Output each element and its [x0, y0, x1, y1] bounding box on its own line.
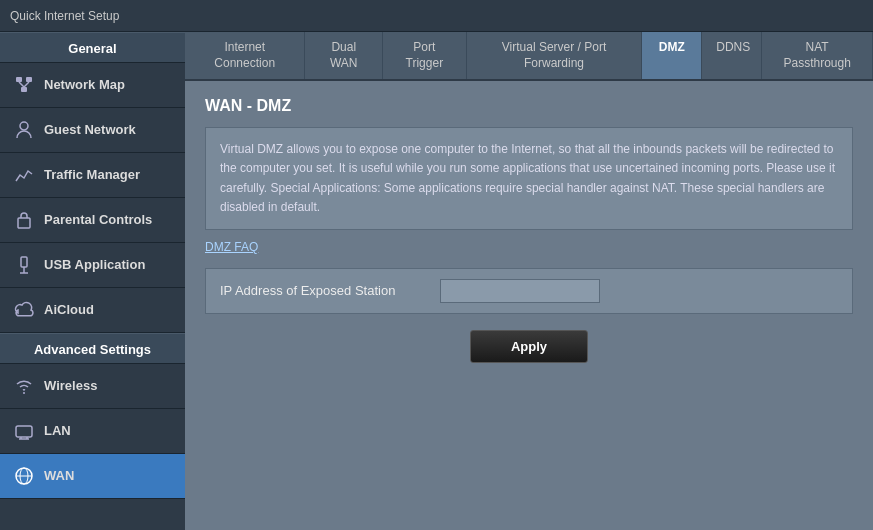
sidebar-item-lan-label: LAN — [44, 423, 71, 439]
sidebar-item-network-map-label: Network Map — [44, 77, 125, 93]
lan-icon — [12, 419, 36, 443]
sidebar-item-wan[interactable]: WAN — [0, 454, 185, 499]
dmz-faq-link[interactable]: DMZ FAQ — [205, 240, 258, 254]
panel-title: WAN - DMZ — [205, 97, 853, 115]
ip-form-row: IP Address of Exposed Station — [205, 268, 853, 314]
sidebar-item-parental-controls[interactable]: Parental Controls — [0, 198, 185, 243]
advanced-section-label: Advanced Settings — [0, 333, 185, 364]
sidebar-item-traffic-manager-label: Traffic Manager — [44, 167, 140, 183]
aicloud-icon — [12, 298, 36, 322]
panel-description: Virtual DMZ allows you to expose one com… — [205, 127, 853, 230]
sidebar-item-parental-controls-label: Parental Controls — [44, 212, 152, 228]
sidebar-item-wireless-label: Wireless — [44, 378, 97, 394]
network-map-icon — [12, 73, 36, 97]
tab-nat-passthrough[interactable]: NAT Passthrough — [762, 32, 873, 79]
main-panel: WAN - DMZ Virtual DMZ allows you to expo… — [185, 81, 873, 530]
svg-rect-0 — [16, 77, 22, 82]
svg-line-4 — [24, 82, 29, 87]
sidebar-item-network-map[interactable]: Network Map — [0, 63, 185, 108]
tab-internet-connection[interactable]: Internet Connection — [185, 32, 305, 79]
sidebar-item-traffic-manager[interactable]: Traffic Manager — [0, 153, 185, 198]
content-area: Internet Connection Dual WAN Port Trigge… — [185, 32, 873, 530]
apply-row: Apply — [205, 330, 853, 363]
sidebar-item-lan[interactable]: LAN — [0, 409, 185, 454]
svg-point-5 — [20, 122, 28, 130]
parental-controls-icon — [12, 208, 36, 232]
sidebar: General Network Map Guest Network Traffi… — [0, 32, 185, 530]
tab-bar: Internet Connection Dual WAN Port Trigge… — [185, 32, 873, 81]
svg-rect-11 — [16, 426, 32, 437]
tab-dmz[interactable]: DMZ — [642, 32, 702, 79]
sidebar-item-guest-network[interactable]: Guest Network — [0, 108, 185, 153]
svg-point-10 — [23, 392, 25, 394]
tab-virtual-server[interactable]: Virtual Server / Port Forwarding — [467, 32, 643, 79]
sidebar-item-wan-label: WAN — [44, 468, 74, 484]
tab-port-trigger[interactable]: Port Trigger — [383, 32, 467, 79]
quick-setup-title: Quick Internet Setup — [10, 9, 119, 23]
sidebar-item-usb-application-label: USB Application — [44, 257, 145, 273]
sidebar-item-aicloud[interactable]: AiCloud — [0, 288, 185, 333]
usb-application-icon — [12, 253, 36, 277]
sidebar-item-usb-application[interactable]: USB Application — [0, 243, 185, 288]
sidebar-item-aicloud-label: AiCloud — [44, 302, 94, 318]
svg-rect-1 — [26, 77, 32, 82]
svg-rect-6 — [18, 218, 30, 228]
ip-address-input[interactable] — [440, 279, 600, 303]
ip-address-label: IP Address of Exposed Station — [220, 283, 440, 298]
svg-rect-2 — [21, 87, 27, 92]
traffic-manager-icon — [12, 163, 36, 187]
sidebar-item-wireless[interactable]: Wireless — [0, 364, 185, 409]
wireless-icon — [12, 374, 36, 398]
tab-dual-wan[interactable]: Dual WAN — [305, 32, 383, 79]
apply-button[interactable]: Apply — [470, 330, 588, 363]
wan-icon — [12, 464, 36, 488]
tab-ddns[interactable]: DDNS — [702, 32, 762, 79]
sidebar-item-guest-network-label: Guest Network — [44, 122, 136, 138]
svg-line-3 — [19, 82, 24, 87]
general-section-label: General — [0, 32, 185, 63]
svg-rect-7 — [21, 257, 27, 267]
guest-network-icon — [12, 118, 36, 142]
